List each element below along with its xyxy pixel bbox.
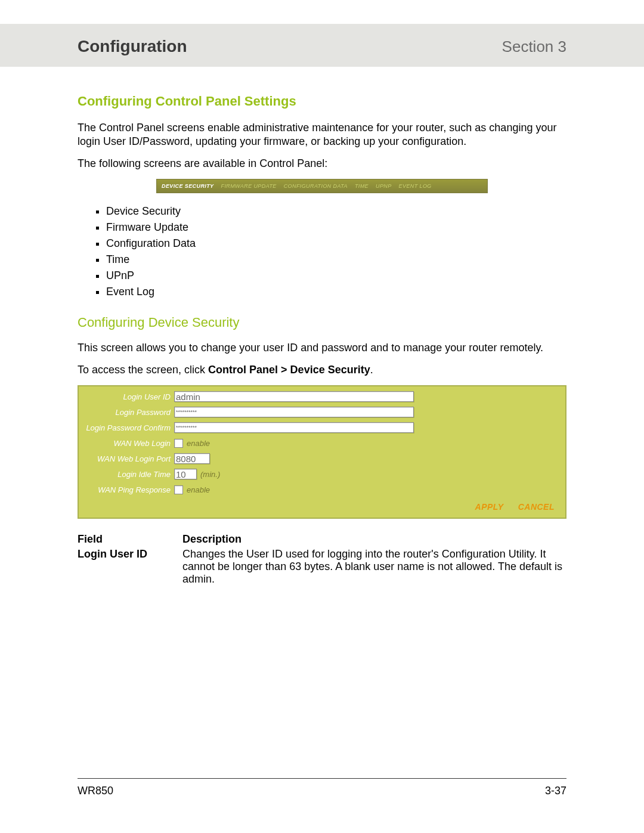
- list-item: Event Log: [106, 284, 566, 301]
- table-row-description: Changes the User ID used for logging int…: [182, 547, 566, 587]
- wan-web-login-port-input[interactable]: [174, 453, 210, 464]
- label-wan-web-login-port: WAN Web Login Port: [81, 454, 174, 463]
- label-wan-web-login: WAN Web Login: [81, 439, 174, 448]
- footer-page-number: 3-37: [545, 785, 566, 797]
- list-item: Configuration Data: [106, 236, 566, 252]
- device-security-panel: Login User ID Login Password Login Passw…: [78, 385, 566, 519]
- table-row-field: Login User ID: [78, 547, 182, 587]
- enable-label: enable: [187, 485, 210, 494]
- footer-model: WR850: [78, 785, 113, 797]
- table-header-field: Field: [78, 532, 182, 547]
- tab-time[interactable]: TIME: [355, 183, 369, 189]
- page-footer: WR850 3-37: [78, 778, 566, 797]
- access-instruction: To access the screen, click Control Pane…: [78, 363, 566, 377]
- tab-upnp[interactable]: UPNP: [376, 183, 392, 189]
- label-wan-ping-response: WAN Ping Response: [81, 485, 174, 494]
- page-header: Configuration Section 3: [0, 24, 644, 67]
- bullet-list: Device Security Firmware Update Configur…: [78, 204, 566, 301]
- cancel-button[interactable]: CANCEL: [518, 502, 555, 512]
- section-label: Section 3: [502, 38, 566, 56]
- label-login-user-id: Login User ID: [81, 392, 174, 401]
- table-header-description: Description: [182, 532, 566, 547]
- available-paragraph: The following screens are available in C…: [78, 157, 566, 171]
- tab-bar: DEVICE SECURITY FIRMWARE UPDATE CONFIGUR…: [156, 179, 488, 193]
- list-item: UPnP: [106, 268, 566, 284]
- enable-label: enable: [187, 439, 210, 448]
- heading-device-security: Configuring Device Security: [78, 315, 566, 330]
- list-item: Firmware Update: [106, 220, 566, 236]
- page-title: Configuration: [78, 37, 187, 56]
- device-security-intro: This screen allows you to change your us…: [78, 341, 566, 355]
- login-password-confirm-input[interactable]: [174, 422, 414, 433]
- wan-web-login-checkbox[interactable]: [174, 439, 183, 448]
- tab-firmware-update[interactable]: FIRMWARE UPDATE: [221, 183, 277, 189]
- label-login-password: Login Password: [81, 408, 174, 417]
- field-description-table: Field Description Login User ID Changes …: [78, 532, 566, 587]
- wan-ping-response-checkbox[interactable]: [174, 485, 183, 494]
- tab-device-security[interactable]: DEVICE SECURITY: [162, 183, 214, 189]
- tab-event-log[interactable]: EVENT LOG: [399, 183, 432, 189]
- list-item: Time: [106, 252, 566, 268]
- label-login-password-confirm: Login Password Confirm: [81, 423, 174, 432]
- intro-paragraph: The Control Panel screens enable adminis…: [78, 121, 566, 148]
- tab-configuration-data[interactable]: CONFIGURATION DATA: [284, 183, 348, 189]
- label-login-idle-time: Login Idle Time: [81, 470, 174, 479]
- list-item: Device Security: [106, 204, 566, 220]
- login-idle-time-input[interactable]: [174, 469, 197, 479]
- apply-button[interactable]: APPLY: [475, 502, 504, 512]
- heading-control-panel: Configuring Control Panel Settings: [78, 94, 566, 109]
- login-user-id-input[interactable]: [174, 391, 414, 402]
- login-password-input[interactable]: [174, 407, 414, 417]
- min-label: (min.): [200, 470, 220, 479]
